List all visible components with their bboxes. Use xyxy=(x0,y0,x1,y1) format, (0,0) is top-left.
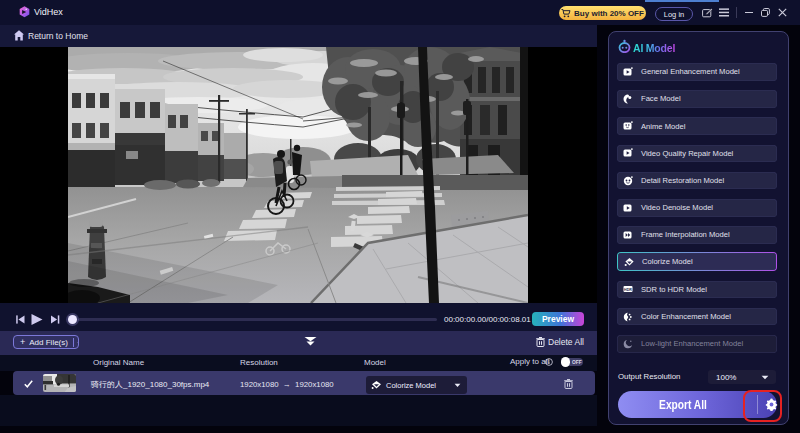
svg-text:HDR: HDR xyxy=(624,288,632,292)
